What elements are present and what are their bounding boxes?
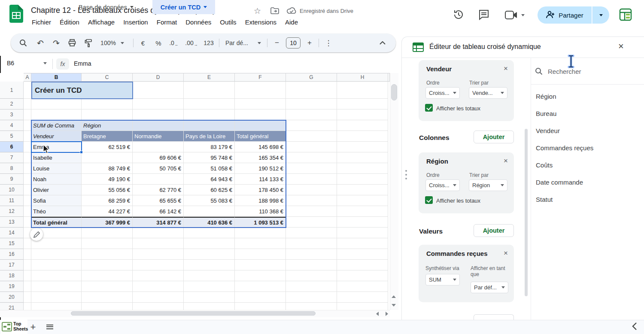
cell-E21[interactable] [184,303,235,310]
cell-B18[interactable] [31,270,82,281]
cell-C12[interactable]: 44 227 € [82,206,133,217]
cell-C7[interactable] [82,152,133,163]
cell-C8[interactable]: 88 749 € [82,163,133,174]
cell-H8[interactable] [337,163,388,174]
add-values-button[interactable]: Ajouter [474,224,514,237]
font-dropdown-icon[interactable] [258,42,261,44]
row-header-14[interactable]: 14 [0,228,24,238]
cell-B5[interactable]: Vendeur [31,131,82,142]
row-header-2[interactable]: 2 [0,99,24,109]
cell-B21[interactable] [31,303,82,310]
field-item-vendeur[interactable]: Vendeur [536,122,635,139]
field-item-region[interactable]: Région [536,88,635,105]
cell-E18[interactable] [184,270,235,281]
remove-field-icon[interactable]: × [504,249,508,258]
cell-C10[interactable]: 55 056 € [82,185,133,195]
cell-A15[interactable] [24,238,31,249]
cell-H14[interactable] [337,228,388,238]
version-history-icon[interactable] [453,9,465,22]
column-header-C[interactable]: C [82,73,133,82]
cell-E11[interactable]: 55 083 € [184,195,235,206]
cell-D17[interactable] [133,260,184,270]
cell-A8[interactable] [24,163,31,174]
cell-A5[interactable] [24,131,31,142]
cell-H18[interactable] [337,270,388,281]
toolbar-more-icon[interactable]: ⋮ [323,33,334,52]
row-header-4[interactable]: 4 [0,120,24,131]
cell-E8[interactable]: 51 058 € [184,163,235,174]
collapse-toolbar-icon[interactable] [377,33,389,52]
field-item-date-commande[interactable]: Date commande [536,173,635,191]
currency-format-button[interactable]: € [137,33,149,52]
cell-E12[interactable] [184,206,235,217]
cell-F19[interactable] [235,281,286,292]
sheets-extension-icon[interactable] [619,8,632,23]
cell-A16[interactable] [24,249,31,260]
cell-F12[interactable]: 110 368 € [235,206,286,217]
font-size-input[interactable]: 10 [286,37,301,49]
cell-B8[interactable]: Louise [31,163,82,174]
cell-E10[interactable]: 60 625 € [184,185,235,195]
cell-A10[interactable] [24,185,31,195]
font-select[interactable]: Par dé... [225,33,250,52]
cell-D3[interactable] [133,109,184,120]
cell-H20[interactable] [337,292,388,303]
cell-G11[interactable] [286,195,337,206]
field-item-bureau[interactable]: Bureau [536,105,635,122]
cell-G16[interactable] [286,249,337,260]
remove-field-icon[interactable]: × [504,157,508,165]
share-dropdown-button[interactable] [592,6,609,24]
cell-A17[interactable] [24,260,31,270]
cell-F16[interactable] [235,249,286,260]
row-header-8[interactable]: 8 [0,163,24,174]
cell-D10[interactable]: 62 770 € [133,185,184,195]
order-select[interactable]: Croiss... [425,87,460,99]
cell-F15[interactable] [235,238,286,249]
column-header-H[interactable]: H [337,73,388,82]
row-header-19[interactable]: 19 [0,281,24,292]
cell-A13[interactable] [24,217,31,228]
cell-D1[interactable] [133,82,184,99]
cell-A18[interactable] [24,270,31,281]
cell-A1[interactable] [24,82,31,99]
cell-G14[interactable] [286,228,337,238]
cell-C15[interactable] [82,238,133,249]
cell-F21[interactable] [235,303,286,310]
cell-C2[interactable] [82,99,133,109]
cell-C17[interactable] [82,260,133,270]
cell-E16[interactable] [184,249,235,260]
cell-G6[interactable] [286,142,337,152]
add-filters-button-clipped[interactable]: Ajouter [474,314,514,320]
cell-E17[interactable] [184,260,235,270]
scroll-right-icon[interactable] [386,312,388,316]
cell-A11[interactable] [24,195,31,206]
decrease-font-size-button[interactable]: − [271,33,283,52]
increase-font-size-button[interactable]: + [304,33,316,52]
cell-C3[interactable] [82,109,133,120]
increase-decimals-button[interactable]: .00→ [183,33,200,52]
cell-D2[interactable] [133,99,184,109]
cell-B17[interactable] [31,260,82,270]
cell-E15[interactable] [184,238,235,249]
cell-D6[interactable] [133,142,184,152]
cell-F17[interactable] [235,260,286,270]
cell-F6[interactable]: 145 698 € [235,142,286,152]
cell-H21[interactable] [337,303,388,310]
cell-H1[interactable] [337,82,388,99]
comments-icon[interactable] [478,9,489,22]
number-format-button[interactable]: 123 [201,33,216,52]
show-totals-checkbox[interactable] [425,196,433,204]
cell-E5[interactable]: Pays de la Loire [184,131,235,142]
menu-fichier[interactable]: Fichier [32,18,51,26]
cell-G13[interactable] [286,217,337,228]
cell-F1[interactable] [235,82,286,99]
cell-B20[interactable] [31,292,82,303]
cell-D5[interactable]: Normandie [133,131,184,142]
cell-D13[interactable]: 314 877 € [133,217,184,228]
cell-A12[interactable] [24,206,31,217]
row-header-3[interactable]: 3 [0,109,24,120]
vertical-scrollbar[interactable] [390,73,398,310]
meet-camera-icon[interactable] [505,11,518,21]
cell-B11[interactable]: Sofia [31,195,82,206]
menu-extensions[interactable]: Extensions [245,18,276,26]
